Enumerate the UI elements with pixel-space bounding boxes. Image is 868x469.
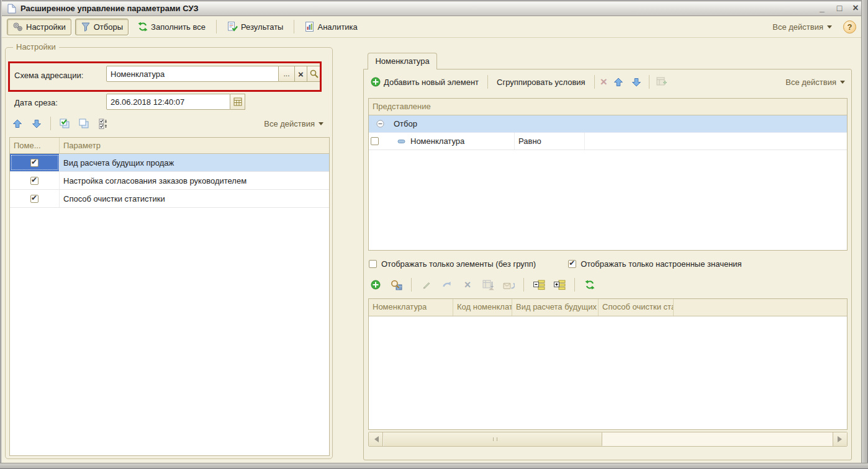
settings-toggle-button[interactable]: Настройки bbox=[7, 19, 71, 35]
row-param-cell[interactable]: Настройка согласования заказов руководит… bbox=[60, 172, 329, 189]
move-up-button[interactable] bbox=[612, 75, 625, 89]
toolbar-separator bbox=[574, 278, 575, 292]
check-all-flags-button[interactable] bbox=[58, 117, 71, 130]
filters-toggle-label: Отборы bbox=[94, 22, 123, 32]
row-check-cell[interactable] bbox=[10, 190, 60, 207]
window-frame-top bbox=[0, 0, 868, 2]
tree-collapse-cell[interactable] bbox=[369, 115, 390, 132]
display-options: Отображать только элементы (без групп) О… bbox=[369, 257, 846, 270]
scheme-lookup-button[interactable] bbox=[307, 66, 321, 82]
values-table: Номенклатура Код номенклат... Вид расчет… bbox=[368, 298, 848, 430]
slice-date-input[interactable] bbox=[106, 94, 230, 110]
row-checkbox[interactable] bbox=[30, 159, 38, 167]
filter-table-header: Представление bbox=[369, 99, 847, 115]
refresh-icon bbox=[138, 22, 148, 32]
help-button[interactable]: ? bbox=[843, 20, 856, 34]
scheme-ellipsis-button[interactable]: ... bbox=[279, 66, 295, 82]
delete-element-button-disabled: × bbox=[600, 76, 607, 87]
move-up-button[interactable] bbox=[11, 117, 24, 130]
row-checkbox[interactable] bbox=[371, 137, 379, 145]
triangle-right-icon bbox=[838, 436, 845, 442]
filter-all-actions-menu[interactable]: Все действия bbox=[783, 74, 848, 89]
toolbar-separator bbox=[50, 117, 51, 130]
scheme-clear-button[interactable]: × bbox=[295, 66, 307, 82]
configured-only-checkbox[interactable] bbox=[568, 260, 576, 268]
scrollbar-thumb[interactable] bbox=[384, 432, 602, 446]
column-header-calc-type[interactable]: Вид расчета будущих п... bbox=[512, 299, 599, 316]
row-check-cell[interactable] bbox=[369, 133, 382, 150]
group-conditions-button[interactable]: Сгруппировать условия bbox=[494, 74, 589, 91]
table-row[interactable]: Настройка согласования заказов руководит… bbox=[10, 172, 329, 190]
row-checkbox[interactable] bbox=[30, 195, 38, 203]
params-all-actions-menu[interactable]: Все действия bbox=[261, 116, 326, 131]
pick-magnifier-button[interactable] bbox=[389, 278, 403, 292]
filters-toggle-button[interactable]: Отборы bbox=[75, 19, 129, 35]
filter-condition-cell[interactable]: Равно bbox=[515, 133, 585, 150]
move-down-button[interactable] bbox=[630, 75, 643, 89]
create-button[interactable] bbox=[369, 278, 382, 292]
table-row[interactable]: Вид расчета будущих продаж bbox=[10, 154, 329, 172]
move-down-button[interactable] bbox=[30, 117, 43, 130]
refresh-button[interactable] bbox=[583, 278, 597, 292]
filter-value-cell[interactable] bbox=[585, 133, 847, 150]
settings-toggle-label: Настройки bbox=[26, 22, 66, 32]
clear-all-flags-button[interactable] bbox=[77, 117, 91, 130]
column-header-code[interactable]: Код номенклат... bbox=[453, 299, 512, 316]
calendar-button[interactable] bbox=[230, 94, 245, 110]
move-to-group-button-disabled bbox=[481, 278, 495, 292]
results-label: Результаты bbox=[241, 22, 283, 32]
expand-tree-button[interactable] bbox=[553, 278, 566, 292]
row-param-cell[interactable]: Способ очистки статистики bbox=[60, 190, 329, 207]
params-all-actions-label: Все действия bbox=[264, 119, 315, 128]
horizontal-scrollbar[interactable] bbox=[368, 432, 848, 447]
row-check-cell[interactable] bbox=[10, 154, 60, 171]
filter-table: Представление Отбор Номенкла bbox=[368, 98, 848, 251]
option-configured-only[interactable]: Отображать только настроенные значения bbox=[568, 259, 742, 269]
scroll-left-button[interactable] bbox=[369, 432, 383, 446]
option-elements-only[interactable]: Отображать только элементы (без групп) bbox=[369, 259, 536, 269]
filter-group-label[interactable]: Отбор bbox=[390, 115, 847, 132]
filter-field-cell[interactable]: Номенклатура bbox=[382, 133, 515, 150]
filter-toolbar: Добавить новый элемент Сгруппировать усл… bbox=[368, 72, 848, 92]
chevron-down-icon bbox=[827, 25, 832, 31]
window-frame-left bbox=[0, 0, 2, 469]
analytics-button[interactable]: Аналитика bbox=[299, 19, 363, 35]
elements-only-checkbox[interactable] bbox=[369, 260, 377, 268]
params-toolbar: Все действия bbox=[11, 115, 326, 132]
invert-flags-button[interactable] bbox=[96, 117, 110, 130]
minimize-button[interactable]: _ bbox=[815, 2, 830, 16]
column-header-cleanup[interactable]: Способ очистки стати bbox=[599, 299, 674, 316]
maximize-button[interactable]: □ bbox=[832, 2, 847, 16]
params-table-header: Поме... Параметр bbox=[10, 138, 329, 154]
main-toolbar: Настройки Отборы Заполнить все Результат… bbox=[2, 16, 861, 38]
column-header-param[interactable]: Параметр bbox=[60, 138, 329, 153]
params-table: Поме... Параметр Вид расчета будущих про… bbox=[9, 137, 330, 456]
toolbar-separator bbox=[487, 75, 488, 89]
row-check-cell[interactable] bbox=[10, 172, 60, 189]
column-header-mark[interactable]: Поме... bbox=[10, 138, 60, 153]
document-icon bbox=[7, 4, 16, 14]
slice-date-group bbox=[106, 94, 245, 110]
analytics-label: Аналитика bbox=[317, 22, 357, 32]
filter-item-row[interactable]: Номенклатура Равно bbox=[369, 133, 847, 150]
column-header-nomenclature[interactable]: Номенклатура bbox=[369, 299, 453, 316]
group-conditions-label: Сгруппировать условия bbox=[497, 78, 585, 87]
window-frame-bottom bbox=[0, 463, 868, 469]
triangle-left-icon bbox=[371, 436, 379, 442]
table-row[interactable]: Способ очистки статистики bbox=[10, 190, 329, 208]
fill-all-button[interactable]: Заполнить все bbox=[132, 19, 211, 35]
all-actions-menu[interactable]: Все действия bbox=[770, 19, 834, 34]
filter-group-row[interactable]: Отбор bbox=[369, 115, 847, 133]
tab-nomenclature[interactable]: Номенклатура bbox=[368, 53, 437, 69]
add-element-button[interactable]: Добавить новый элемент bbox=[368, 74, 482, 91]
scheme-input[interactable] bbox=[106, 66, 279, 82]
window-frame-right bbox=[861, 0, 868, 469]
scroll-right-button[interactable] bbox=[833, 432, 847, 446]
column-header-representation[interactable]: Представление bbox=[369, 99, 847, 115]
toolbar-separator bbox=[523, 278, 524, 292]
collapse-tree-button[interactable] bbox=[532, 278, 546, 292]
row-checkbox[interactable] bbox=[30, 177, 38, 185]
row-param-cell[interactable]: Вид расчета будущих продаж bbox=[60, 154, 329, 171]
filter-panel: Добавить новый элемент Сгруппировать усл… bbox=[363, 69, 852, 460]
results-button[interactable]: Результаты bbox=[222, 19, 289, 35]
